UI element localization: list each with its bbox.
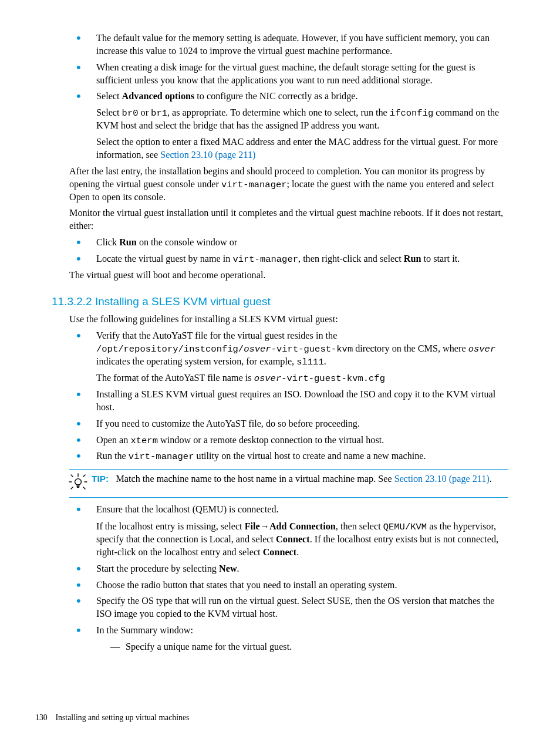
guidelines-list-top: The default value for the memory setting… — [76, 32, 508, 162]
code-placeholder: osver — [468, 344, 496, 355]
code-text: xterm — [130, 436, 158, 446]
body-text: Click Run on the console window or — [96, 237, 508, 249]
body-text: Installing a SLES KVM virtual guest requ… — [96, 389, 508, 414]
divider — [69, 497, 508, 498]
ui-label: Advanced options — [122, 91, 195, 102]
body-text: Select the option to enter a fixed MAC a… — [96, 136, 508, 162]
body-text: The format of the AutoYaST file name is … — [96, 372, 508, 385]
list-item: Click Run on the console window or — [76, 237, 508, 249]
body-text: When creating a disk image for the virtu… — [96, 62, 508, 87]
code-text: sl111 — [296, 357, 324, 367]
svg-line-5 — [83, 475, 85, 477]
list-item: Open an xterm window or a remote desktop… — [76, 434, 508, 447]
arrow-icon: → — [260, 521, 269, 531]
document-page: The default value for the memory setting… — [0, 0, 560, 746]
tip-callout: TIP: Match the machine name to the host … — [69, 469, 508, 498]
restart-options-list: Click Run on the console window or Locat… — [76, 237, 508, 266]
ui-label: New — [219, 563, 237, 574]
body-text: If the localhost entry is missing, selec… — [96, 520, 508, 559]
ui-label: Run — [119, 237, 137, 248]
divider — [69, 469, 508, 470]
body-text: Open an xterm window or a remote desktop… — [96, 434, 508, 447]
ui-label: Run — [404, 254, 421, 264]
ui-label: Connect — [263, 547, 297, 558]
list-item: In the Summary window: Specify a unique … — [76, 625, 508, 654]
code-text: br0 — [122, 108, 139, 119]
tip-body: TIP: Match the machine name to the host … — [92, 473, 508, 486]
list-item: Specify the OS type that will run on the… — [76, 595, 508, 621]
ui-label: Add Connection — [269, 521, 336, 532]
list-item: Run the virt-manager utility on the virt… — [76, 450, 508, 463]
body-text: Start the procedure by selecting New. — [96, 563, 508, 576]
body-text: Specify the OS type that will run on the… — [96, 595, 508, 621]
body-text: Select br0 or br1, as appropriate. To de… — [96, 107, 508, 133]
list-item: Installing a SLES KVM virtual guest requ… — [76, 389, 508, 414]
svg-line-6 — [71, 487, 73, 489]
ui-label: Connect — [276, 534, 310, 545]
code-text: /opt/repository/instconfig/ — [96, 344, 244, 355]
code-text: -virt-guest-kvm.cfg — [281, 373, 385, 384]
section-heading: 11.3.2.2 Installing a SLES KVM virtual g… — [52, 294, 508, 309]
code-text: QEMU/KVM — [383, 522, 427, 532]
body-text: In the Summary window: — [96, 625, 508, 637]
cross-ref-link[interactable]: Section 23.10 (page 211) — [160, 150, 255, 160]
svg-line-4 — [71, 475, 73, 477]
list-item: The default value for the memory setting… — [76, 32, 508, 58]
body-text: Monitor the virtual guest installation u… — [69, 207, 508, 233]
code-text: virt-manager — [129, 451, 194, 462]
body-text: Select Advanced options to configure the… — [96, 90, 508, 103]
footer-title: Installing and setting up virtual machin… — [56, 713, 190, 722]
body-text: Locate the virtual guest by name in virt… — [96, 253, 508, 266]
code-placeholder: osver — [244, 344, 271, 355]
svg-point-0 — [75, 479, 82, 485]
cross-ref-link[interactable]: Section 23.10 (page 211) — [394, 474, 490, 484]
body-text: Run the virt-manager utility on the virt… — [96, 450, 508, 463]
list-item: Choose the radio button that states that… — [76, 579, 508, 592]
body-text: The default value for the memory setting… — [96, 32, 508, 58]
sles-guidelines-list-continued: Ensure that the localhost (QEMU) is conn… — [76, 504, 508, 654]
tip-label: TIP: — [92, 474, 109, 484]
body-text: If you need to customize the AutoYaST fi… — [96, 418, 508, 431]
svg-line-7 — [83, 487, 85, 489]
ui-label: File — [245, 521, 260, 532]
list-item: Ensure that the localhost (QEMU) is conn… — [76, 504, 508, 559]
body-text: The virtual guest will boot and become o… — [69, 269, 508, 282]
page-footer: 130 Installing and setting up virtual ma… — [35, 713, 190, 724]
code-text: -virt-guest-kvm — [271, 344, 353, 355]
body-text: After the last entry, the installation b… — [69, 166, 508, 204]
lightbulb-icon — [68, 472, 89, 496]
page-number: 130 — [35, 713, 48, 722]
code-text: br1 — [151, 108, 167, 119]
list-item: When creating a disk image for the virtu… — [76, 62, 508, 87]
body-text: Use the following guidelines for install… — [69, 313, 508, 326]
list-item: Start the procedure by selecting New. — [76, 563, 508, 576]
sles-guidelines-list: Verify that the AutoYaST file for the vi… — [76, 330, 508, 463]
body-text: Ensure that the localhost (QEMU) is conn… — [96, 504, 508, 517]
list-item: Locate the virtual guest by name in virt… — [76, 253, 508, 266]
summary-sublist: Specify a unique name for the virtual gu… — [110, 641, 508, 654]
body-text: Verify that the AutoYaST file for the vi… — [96, 330, 508, 369]
body-text: Choose the radio button that states that… — [96, 579, 508, 592]
code-placeholder: osver — [254, 373, 282, 384]
list-item: Verify that the AutoYaST file for the vi… — [76, 330, 508, 385]
list-item: Select Advanced options to configure the… — [76, 90, 508, 161]
list-item: If you need to customize the AutoYaST fi… — [76, 418, 508, 431]
code-text: virt-manager — [221, 180, 287, 190]
list-item: Specify a unique name for the virtual gu… — [110, 641, 508, 654]
code-text: virt-manager — [232, 254, 298, 265]
code-text: ifconfig — [390, 108, 433, 119]
body-text: Specify a unique name for the virtual gu… — [126, 642, 292, 652]
